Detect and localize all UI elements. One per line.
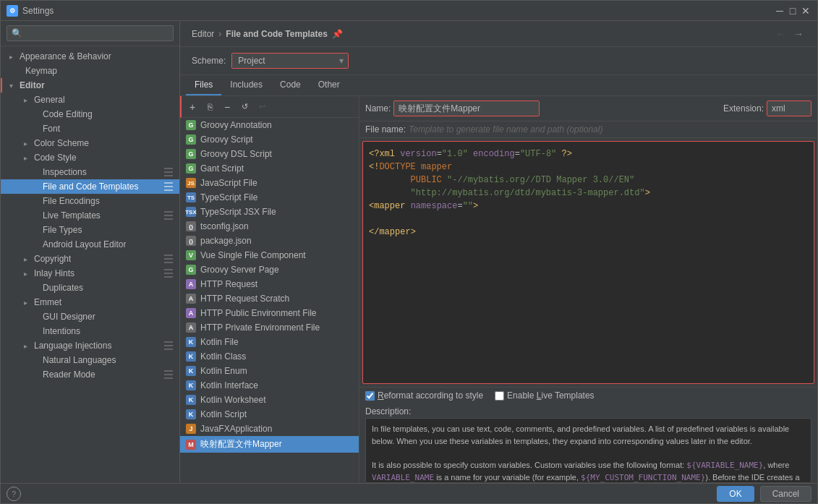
sidebar-item-color-scheme[interactable]: ▸ Color Scheme <box>1 136 179 150</box>
remove-template-button[interactable]: − <box>219 99 235 115</box>
file-item-label: HTTP Request Scratch <box>200 294 289 304</box>
file-item-label: JavaFXApplication <box>200 424 272 434</box>
file-item-label: tsconfig.json <box>200 221 249 231</box>
sidebar-item-label: Live Templates <box>43 210 101 221</box>
reformat-label[interactable]: Reformat according to style <box>378 390 483 401</box>
code-editor[interactable]: <?xml version="1.0" encoding="UTF-8" ?> … <box>362 141 814 384</box>
file-type-icon: G <box>186 120 196 130</box>
sidebar-item-label: Reader Mode <box>43 370 95 380</box>
search-input[interactable] <box>7 25 174 41</box>
add-template-button[interactable]: + <box>184 99 200 115</box>
sidebar-item-duplicates[interactable]: Duplicates <box>1 281 179 295</box>
list-item[interactable]: G Groovy Server Page <box>180 262 359 277</box>
name-input-wrapper <box>393 101 540 116</box>
sidebar-item-general[interactable]: ▸ General <box>1 93 179 107</box>
file-type-icon: G <box>186 265 196 275</box>
sidebar-item-live-templates[interactable]: Live Templates <box>1 208 179 223</box>
cancel-button[interactable]: Cancel <box>760 486 811 502</box>
list-item[interactable]: V Vue Single File Component <box>180 248 359 262</box>
list-item[interactable]: J JavaFXApplication <box>180 422 359 436</box>
panels: + ⎘ − ↺ ↩ G Groovy Annotation G Gro <box>180 96 817 483</box>
file-type-icon: K <box>186 337 196 347</box>
sidebar-item-file-encodings[interactable]: File Encodings <box>1 194 179 208</box>
sidebar-item-inlay-hints[interactable]: ▸ Inlay Hints <box>1 266 179 281</box>
list-item[interactable]: TS TypeScript File <box>180 190 359 205</box>
sidebar-item-label: Code Style <box>34 153 77 163</box>
live-templates-checkbox[interactable] <box>495 391 504 401</box>
ok-button[interactable]: OK <box>717 486 754 502</box>
file-type-icon: K <box>186 409 196 419</box>
minimize-button[interactable]: ─ <box>774 5 785 17</box>
list-item[interactable]: {} package.json <box>180 234 359 248</box>
sidebar-item-code-editing[interactable]: Code Editing <box>1 107 179 121</box>
file-type-icon: J <box>186 424 196 434</box>
svg-rect-7 <box>164 215 173 216</box>
list-item[interactable]: G Groovy DSL Script <box>180 147 359 161</box>
file-type-icon: A <box>186 279 196 289</box>
maximize-button[interactable]: □ <box>787 5 798 17</box>
tab-includes[interactable]: Includes <box>221 75 271 95</box>
sidebar-item-editor[interactable]: ▾ Editor <box>1 78 179 93</box>
sidebar-item-code-style[interactable]: ▸ Code Style <box>1 150 179 165</box>
list-item[interactable]: K Kotlin Class <box>180 349 359 364</box>
file-item-label: TypeScript JSX File <box>200 207 276 217</box>
list-item-mapper[interactable]: M 映射配置文件Mapper <box>180 436 359 453</box>
list-item[interactable]: TSX TypeScript JSX File <box>180 205 359 219</box>
list-item[interactable]: A HTTP Public Environment File <box>180 306 359 320</box>
sidebar-item-keymap[interactable]: Keymap <box>1 64 179 78</box>
list-item[interactable]: {} tsconfig.json <box>180 219 359 234</box>
help-button[interactable]: ? <box>7 487 21 501</box>
extension-input-wrapper <box>767 101 811 116</box>
sidebar-item-file-types[interactable]: File Types <box>1 223 179 237</box>
file-item-label: TypeScript File <box>200 192 257 202</box>
sidebar-item-reader-mode[interactable]: Reader Mode <box>1 367 179 382</box>
svg-rect-19 <box>164 374 173 375</box>
tab-files[interactable]: Files <box>186 75 221 95</box>
close-button[interactable]: ✕ <box>800 5 811 17</box>
copy-template-button[interactable]: ⎘ <box>202 99 218 115</box>
nav-back-button[interactable]: ← <box>774 27 788 41</box>
sidebar-item-language-injections[interactable]: ▸ Language Injections <box>1 338 179 353</box>
reformat-checkbox[interactable] <box>365 391 375 401</box>
sidebar-item-inspections[interactable]: Inspections <box>1 165 179 179</box>
tab-other[interactable]: Other <box>310 75 349 95</box>
template-name-input[interactable] <box>394 101 539 116</box>
list-item[interactable]: G Gant Script <box>180 161 359 176</box>
file-item-label: Groovy Server Page <box>200 265 279 275</box>
scheme-row: Scheme: Project Default <box>180 47 817 75</box>
nav-forward-button[interactable]: → <box>791 27 806 41</box>
arrow-icon: ▸ <box>9 53 17 61</box>
list-item[interactable]: A HTTP Request <box>180 277 359 291</box>
sidebar-item-intentions[interactable]: Intentions <box>1 324 179 338</box>
sidebar-item-emmet[interactable]: ▸ Emmet <box>1 295 179 309</box>
settings-icon <box>163 181 174 192</box>
list-item[interactable]: A HTTP Request Scratch <box>180 291 359 306</box>
list-item[interactable]: G Groovy Script <box>180 132 359 147</box>
file-list-toolbar: + ⎘ − ↺ ↩ <box>180 96 359 118</box>
list-item[interactable]: A HTTP Private Environment File <box>180 320 359 335</box>
live-templates-label[interactable]: Enable Live Templates <box>507 390 595 401</box>
list-item[interactable]: K Kotlin File <box>180 335 359 349</box>
file-item-label: Vue Single File Component <box>200 250 306 260</box>
sidebar-item-appearance[interactable]: ▸ Appearance & Behavior <box>1 49 179 64</box>
list-item[interactable]: K Kotlin Worksheet <box>180 393 359 407</box>
breadcrumb-parent: Editor <box>192 29 214 39</box>
list-item[interactable]: JS JavaScript File <box>180 176 359 190</box>
scheme-select[interactable]: Project Default <box>232 54 348 68</box>
sidebar-item-copyright[interactable]: ▸ Copyright <box>1 252 179 266</box>
reset-template-button[interactable]: ↺ <box>237 99 252 115</box>
sidebar-item-gui-designer[interactable]: GUI Designer <box>1 309 179 324</box>
sidebar-item-label: File Types <box>43 225 82 235</box>
sidebar-item-android-layout[interactable]: Android Layout Editor <box>1 237 179 252</box>
svg-rect-0 <box>164 168 173 169</box>
sidebar-item-font[interactable]: Font <box>1 121 179 136</box>
list-item[interactable]: G Groovy Annotation <box>180 118 359 132</box>
template-extension-input[interactable] <box>767 101 811 116</box>
list-item[interactable]: K Kotlin Interface <box>180 378 359 393</box>
sidebar-item-natural-languages[interactable]: Natural Languages <box>1 353 179 367</box>
list-item[interactable]: K Kotlin Script <box>180 407 359 422</box>
tab-code[interactable]: Code <box>271 75 310 95</box>
sidebar-item-file-templates[interactable]: File and Code Templates <box>1 179 179 194</box>
list-item[interactable]: K Kotlin Enum <box>180 364 359 378</box>
file-type-icon: A <box>186 294 196 304</box>
